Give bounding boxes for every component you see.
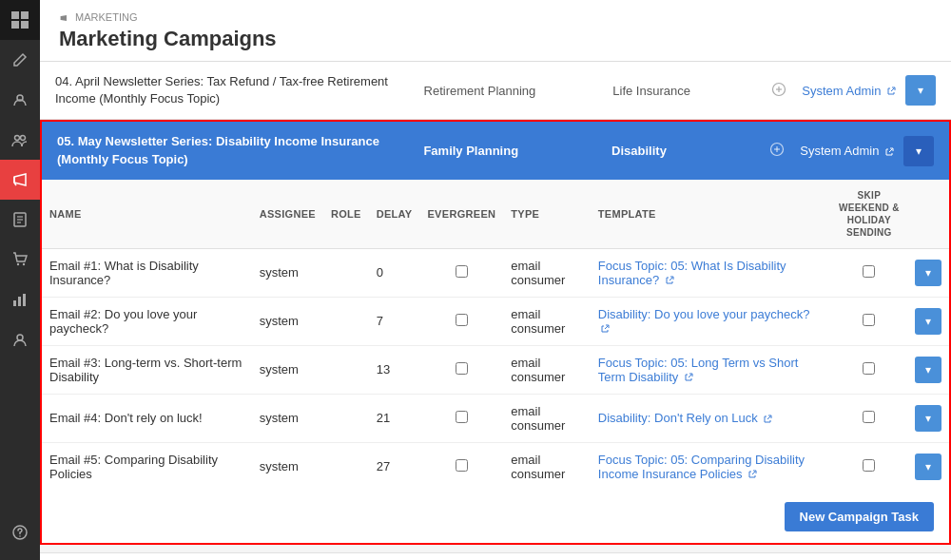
- task-2-skip[interactable]: [831, 345, 907, 394]
- task-0-type: email consumer: [503, 248, 591, 297]
- campaign-04-name: 04. April Newsletter Series: Tax Refund …: [55, 73, 415, 107]
- task-4-name: Email #5: Comparing Disability Policies: [42, 442, 252, 491]
- task-4-dropdown[interactable]: ▾: [915, 454, 941, 480]
- task-2-assignee: system: [252, 345, 323, 394]
- task-4-template-link[interactable]: Focus Topic: 05: Comparing Disability In…: [598, 453, 805, 481]
- svg-point-11: [17, 263, 19, 265]
- task-4-evergreen[interactable]: [419, 442, 503, 491]
- task-0-template: Focus Topic: 05: What Is Disability Insu…: [591, 248, 831, 297]
- task-3-evergreen-checkbox[interactable]: [456, 411, 468, 423]
- col-role: ROLE: [323, 180, 369, 249]
- svg-point-16: [17, 335, 23, 340]
- task-4-evergreen-checkbox[interactable]: [456, 459, 468, 472]
- task-3-role: [323, 394, 369, 442]
- task-3-skip-checkbox[interactable]: [863, 411, 875, 423]
- task-0-skip[interactable]: [831, 248, 907, 297]
- task-row-2: Email #3: Long-term vs. Short-term Disab…: [42, 345, 949, 394]
- campaign-04-admin-link[interactable]: System Admin: [802, 84, 881, 98]
- task-2-evergreen[interactable]: [419, 345, 503, 394]
- task-2-dropdown[interactable]: ▾: [915, 357, 941, 383]
- campaigns-list: 04. April Newsletter Series: Tax Refund …: [40, 62, 951, 560]
- task-1-skip[interactable]: [831, 297, 907, 345]
- task-row-1: Email #2: Do you love your paycheck? sys…: [42, 297, 949, 345]
- campaign-05-icon: [764, 142, 790, 160]
- task-2-action[interactable]: ▾: [907, 345, 949, 394]
- task-3-action[interactable]: ▾: [907, 394, 949, 442]
- task-1-evergreen[interactable]: [419, 297, 503, 345]
- task-0-dropdown[interactable]: ▾: [915, 260, 941, 286]
- sidebar-item-marketing[interactable]: [0, 160, 40, 200]
- task-3-delay: 21: [369, 394, 420, 442]
- svg-rect-13: [13, 300, 16, 306]
- task-0-action[interactable]: ▾: [907, 248, 949, 297]
- campaign-05-admin: System Admin: [800, 144, 894, 158]
- sidebar-item-docs[interactable]: [0, 200, 40, 240]
- campaign-row-06: 06. June Newsletter Series: Business Con…: [40, 552, 951, 560]
- task-0-skip-checkbox[interactable]: [863, 265, 875, 278]
- svg-point-6: [21, 136, 26, 141]
- task-3-template-link[interactable]: Disability: Don't Rely on Luck: [598, 411, 758, 425]
- sidebar-item-edit[interactable]: [0, 40, 40, 80]
- col-delay: DELAY: [369, 180, 420, 249]
- col-skip: SKIP WEEKEND & HOLIDAY SENDING: [831, 180, 907, 249]
- task-3-evergreen[interactable]: [419, 394, 503, 442]
- col-assignee: ASSIGNEE: [252, 180, 323, 249]
- task-3-template: Disability: Don't Rely on Luck: [591, 394, 831, 442]
- task-1-dropdown[interactable]: ▾: [915, 308, 941, 335]
- task-row-3: Email #4: Don't rely on luck! system 21 …: [42, 394, 949, 442]
- task-1-action[interactable]: ▾: [907, 297, 949, 345]
- campaign-05-dropdown[interactable]: ▾: [903, 136, 934, 166]
- sidebar-item-groups[interactable]: [0, 120, 40, 160]
- task-1-name: Email #2: Do you love your paycheck?: [42, 297, 252, 345]
- task-3-dropdown[interactable]: ▾: [915, 405, 941, 432]
- task-4-role: [323, 442, 369, 491]
- col-name: NAME: [42, 180, 252, 249]
- svg-rect-1: [21, 11, 29, 19]
- task-0-template-link[interactable]: Focus Topic: 05: What Is Disability Insu…: [598, 259, 786, 287]
- sidebar-item-contacts[interactable]: [0, 80, 40, 120]
- task-0-evergreen[interactable]: [419, 248, 503, 297]
- tasks-container: NAME ASSIGNEE ROLE DELAY EVERGREEN TYPE …: [40, 180, 951, 545]
- task-1-delay: 7: [369, 297, 420, 345]
- task-2-template: Focus Topic: 05: Long Term vs Short Term…: [591, 345, 831, 394]
- task-2-skip-checkbox[interactable]: [863, 362, 875, 375]
- task-4-action[interactable]: ▾: [907, 442, 949, 491]
- task-4-template: Focus Topic: 05: Comparing Disability In…: [591, 442, 831, 491]
- main-content: Marketing Marketing Campaigns 04. April …: [40, 0, 951, 560]
- page-title: Marketing Campaigns: [59, 27, 932, 51]
- task-row-0: Email #1: What is Disability Insurance? …: [42, 248, 949, 297]
- task-1-template-link[interactable]: Disability: Do you love your paycheck?: [598, 307, 810, 321]
- task-0-evergreen-checkbox[interactable]: [456, 265, 468, 278]
- svg-point-5: [15, 136, 20, 141]
- breadcrumb: Marketing: [59, 11, 932, 23]
- campaign-05-name: 05. May Newsletter Series: Disability In…: [57, 133, 414, 167]
- task-4-skip[interactable]: [831, 442, 907, 491]
- campaign-05-tag1: Family Planning: [423, 144, 602, 158]
- task-4-skip-checkbox[interactable]: [863, 459, 875, 472]
- sidebar-item-analytics[interactable]: [0, 280, 40, 319]
- task-1-template: Disability: Do you love your paycheck?: [591, 297, 831, 345]
- svg-point-18: [19, 535, 21, 537]
- task-0-name: Email #1: What is Disability Insurance?: [42, 248, 252, 297]
- sidebar-logo: [0, 0, 40, 40]
- task-2-template-link[interactable]: Focus Topic: 05: Long Term vs Short Term…: [598, 356, 799, 384]
- task-2-evergreen-checkbox[interactable]: [456, 362, 468, 375]
- sidebar-item-help[interactable]: [0, 512, 40, 552]
- sidebar-item-cart[interactable]: [0, 240, 40, 280]
- campaign-05-admin-link[interactable]: System Admin: [800, 144, 879, 158]
- campaign-04-dropdown[interactable]: ▾: [905, 75, 936, 106]
- task-4-delay: 27: [369, 442, 420, 491]
- sidebar-item-user[interactable]: [0, 319, 40, 359]
- new-campaign-task-button[interactable]: New Campaign Task: [785, 502, 934, 531]
- task-3-skip[interactable]: [831, 394, 907, 442]
- svg-rect-15: [23, 294, 26, 306]
- task-1-skip-checkbox[interactable]: [863, 314, 875, 326]
- tasks-footer: New Campaign Task: [42, 491, 949, 543]
- campaign-row-04: 04. April Newsletter Series: Tax Refund …: [40, 62, 951, 120]
- task-3-assignee: system: [252, 394, 323, 442]
- task-4-assignee: system: [252, 442, 323, 491]
- page-header: Marketing Marketing Campaigns: [40, 0, 951, 62]
- task-1-evergreen-checkbox[interactable]: [456, 314, 468, 326]
- col-template: TEMPLATE: [591, 180, 831, 249]
- task-4-type: email consumer: [503, 442, 591, 491]
